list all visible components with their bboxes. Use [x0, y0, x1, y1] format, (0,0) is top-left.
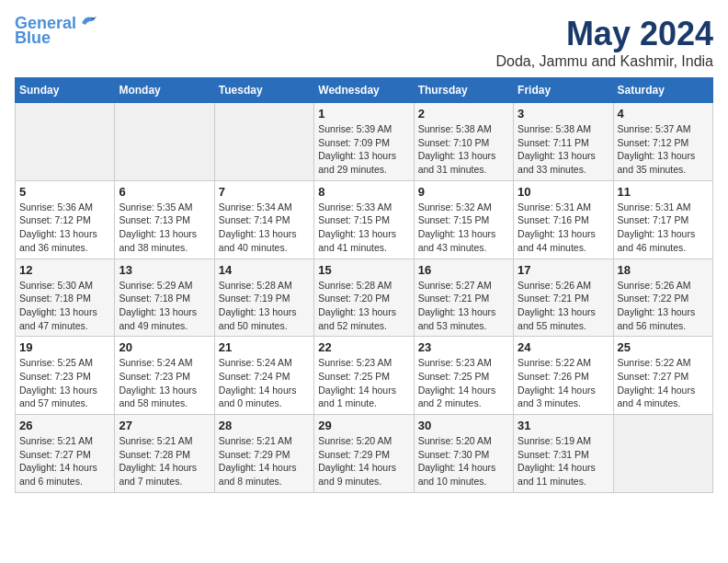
calendar-cell — [214, 103, 313, 181]
calendar-cell: 17Sunrise: 5:26 AM Sunset: 7:21 PM Dayli… — [514, 259, 613, 337]
day-number: 6 — [119, 185, 210, 199]
day-number: 16 — [418, 263, 509, 277]
day-number: 19 — [19, 340, 110, 354]
calendar-cell: 15Sunrise: 5:28 AM Sunset: 7:20 PM Dayli… — [314, 259, 414, 337]
day-number: 18 — [618, 263, 709, 277]
header-thursday: Thursday — [414, 78, 513, 103]
day-number: 8 — [318, 185, 409, 199]
day-info: Sunrise: 5:26 AM Sunset: 7:22 PM Dayligh… — [618, 279, 709, 333]
day-info: Sunrise: 5:29 AM Sunset: 7:18 PM Dayligh… — [119, 279, 210, 333]
day-number: 31 — [518, 419, 609, 432]
day-number: 4 — [618, 107, 709, 121]
calendar-cell: 10Sunrise: 5:31 AM Sunset: 7:16 PM Dayli… — [514, 180, 613, 259]
calendar-cell: 27Sunrise: 5:21 AM Sunset: 7:28 PM Dayli… — [115, 415, 214, 493]
calendar-cell — [16, 103, 115, 181]
calendar-cell: 25Sunrise: 5:22 AM Sunset: 7:27 PM Dayli… — [613, 337, 712, 415]
calendar-cell: 19Sunrise: 5:25 AM Sunset: 7:23 PM Dayli… — [16, 337, 115, 415]
day-number: 9 — [418, 185, 509, 199]
day-number: 13 — [119, 263, 210, 277]
day-info: Sunrise: 5:31 AM Sunset: 7:17 PM Dayligh… — [618, 201, 709, 255]
calendar-cell: 22Sunrise: 5:23 AM Sunset: 7:25 PM Dayli… — [314, 337, 414, 415]
day-info: Sunrise: 5:19 AM Sunset: 7:31 PM Dayligh… — [518, 434, 609, 488]
calendar-cell — [613, 415, 712, 493]
calendar-cell: 5Sunrise: 5:36 AM Sunset: 7:12 PM Daylig… — [16, 180, 115, 259]
day-number: 27 — [119, 419, 210, 432]
day-info: Sunrise: 5:21 AM Sunset: 7:29 PM Dayligh… — [219, 434, 310, 488]
calendar-cell: 9Sunrise: 5:32 AM Sunset: 7:15 PM Daylig… — [414, 180, 513, 259]
day-info: Sunrise: 5:38 AM Sunset: 7:11 PM Dayligh… — [518, 122, 609, 177]
header-monday: Monday — [115, 78, 214, 103]
day-number: 17 — [518, 263, 609, 277]
day-number: 12 — [19, 263, 110, 277]
day-number: 11 — [618, 185, 709, 199]
calendar-cell: 30Sunrise: 5:20 AM Sunset: 7:30 PM Dayli… — [414, 415, 513, 493]
day-number: 26 — [19, 419, 110, 432]
header-tuesday: Tuesday — [214, 78, 313, 103]
day-info: Sunrise: 5:32 AM Sunset: 7:15 PM Dayligh… — [418, 201, 509, 255]
calendar-cell: 21Sunrise: 5:24 AM Sunset: 7:24 PM Dayli… — [214, 337, 313, 415]
day-info: Sunrise: 5:22 AM Sunset: 7:26 PM Dayligh… — [518, 356, 609, 410]
day-info: Sunrise: 5:22 AM Sunset: 7:27 PM Dayligh… — [618, 356, 709, 410]
calendar-cell: 29Sunrise: 5:20 AM Sunset: 7:29 PM Dayli… — [314, 415, 414, 493]
calendar-cell: 2Sunrise: 5:38 AM Sunset: 7:10 PM Daylig… — [414, 103, 513, 181]
title-block: May 2024 Doda, Jammu and Kashmir, India — [495, 15, 713, 70]
calendar-cell: 7Sunrise: 5:34 AM Sunset: 7:14 PM Daylig… — [214, 180, 313, 259]
calendar-cell: 8Sunrise: 5:33 AM Sunset: 7:15 PM Daylig… — [314, 180, 414, 259]
calendar-cell: 16Sunrise: 5:27 AM Sunset: 7:21 PM Dayli… — [414, 259, 513, 337]
header-saturday: Saturday — [613, 78, 712, 103]
day-number: 21 — [219, 340, 310, 354]
day-number: 20 — [119, 340, 210, 354]
logo-line2: Blue — [15, 29, 51, 48]
calendar-cell: 6Sunrise: 5:35 AM Sunset: 7:13 PM Daylig… — [115, 180, 214, 259]
calendar-week-row: 26Sunrise: 5:21 AM Sunset: 7:27 PM Dayli… — [16, 415, 713, 493]
day-number: 5 — [19, 185, 110, 199]
calendar-cell: 28Sunrise: 5:21 AM Sunset: 7:29 PM Dayli… — [214, 415, 313, 493]
day-info: Sunrise: 5:21 AM Sunset: 7:28 PM Dayligh… — [119, 434, 210, 488]
day-info: Sunrise: 5:21 AM Sunset: 7:27 PM Dayligh… — [19, 434, 110, 488]
day-info: Sunrise: 5:23 AM Sunset: 7:25 PM Dayligh… — [318, 356, 409, 410]
page-header: General Blue May 2024 Doda, Jammu and Ka… — [15, 15, 713, 70]
day-info: Sunrise: 5:20 AM Sunset: 7:29 PM Dayligh… — [318, 434, 409, 488]
calendar-cell: 11Sunrise: 5:31 AM Sunset: 7:17 PM Dayli… — [613, 180, 712, 259]
calendar-cell: 12Sunrise: 5:30 AM Sunset: 7:18 PM Dayli… — [16, 259, 115, 337]
day-number: 30 — [418, 419, 509, 432]
day-number: 25 — [618, 340, 709, 354]
calendar-week-row: 5Sunrise: 5:36 AM Sunset: 7:12 PM Daylig… — [16, 180, 713, 259]
day-info: Sunrise: 5:25 AM Sunset: 7:23 PM Dayligh… — [19, 356, 110, 410]
day-info: Sunrise: 5:38 AM Sunset: 7:10 PM Dayligh… — [418, 122, 509, 177]
day-info: Sunrise: 5:35 AM Sunset: 7:13 PM Dayligh… — [119, 201, 210, 255]
day-info: Sunrise: 5:39 AM Sunset: 7:09 PM Dayligh… — [318, 122, 409, 177]
calendar-header-row: SundayMondayTuesdayWednesdayThursdayFrid… — [16, 78, 713, 103]
day-number: 29 — [318, 419, 409, 432]
calendar-cell: 13Sunrise: 5:29 AM Sunset: 7:18 PM Dayli… — [115, 259, 214, 337]
subtitle: Doda, Jammu and Kashmir, India — [495, 53, 713, 70]
calendar-cell: 26Sunrise: 5:21 AM Sunset: 7:27 PM Dayli… — [16, 415, 115, 493]
day-number: 2 — [418, 107, 509, 121]
day-number: 1 — [318, 107, 409, 121]
main-title: May 2024 — [495, 15, 713, 53]
calendar-cell: 23Sunrise: 5:23 AM Sunset: 7:25 PM Dayli… — [414, 337, 513, 415]
logo: General Blue — [15, 15, 98, 48]
calendar-cell: 20Sunrise: 5:24 AM Sunset: 7:23 PM Dayli… — [115, 337, 214, 415]
day-number: 28 — [219, 419, 310, 432]
day-number: 10 — [518, 185, 609, 199]
calendar-week-row: 19Sunrise: 5:25 AM Sunset: 7:23 PM Dayli… — [16, 337, 713, 415]
day-info: Sunrise: 5:36 AM Sunset: 7:12 PM Dayligh… — [19, 201, 110, 255]
day-number: 22 — [318, 340, 409, 354]
calendar-week-row: 12Sunrise: 5:30 AM Sunset: 7:18 PM Dayli… — [16, 259, 713, 337]
day-number: 3 — [518, 107, 609, 121]
day-info: Sunrise: 5:26 AM Sunset: 7:21 PM Dayligh… — [518, 279, 609, 333]
day-number: 15 — [318, 263, 409, 277]
day-info: Sunrise: 5:20 AM Sunset: 7:30 PM Dayligh… — [418, 434, 509, 488]
day-info: Sunrise: 5:23 AM Sunset: 7:25 PM Dayligh… — [418, 356, 509, 410]
day-info: Sunrise: 5:28 AM Sunset: 7:20 PM Dayligh… — [318, 279, 409, 333]
day-info: Sunrise: 5:28 AM Sunset: 7:19 PM Dayligh… — [219, 279, 310, 333]
calendar-week-row: 1Sunrise: 5:39 AM Sunset: 7:09 PM Daylig… — [16, 103, 713, 181]
day-number: 23 — [418, 340, 509, 354]
logo-bird-icon — [78, 14, 98, 30]
day-info: Sunrise: 5:34 AM Sunset: 7:14 PM Dayligh… — [219, 201, 310, 255]
header-friday: Friday — [514, 78, 613, 103]
day-info: Sunrise: 5:31 AM Sunset: 7:16 PM Dayligh… — [518, 201, 609, 255]
header-sunday: Sunday — [16, 78, 115, 103]
day-info: Sunrise: 5:33 AM Sunset: 7:15 PM Dayligh… — [318, 201, 409, 255]
